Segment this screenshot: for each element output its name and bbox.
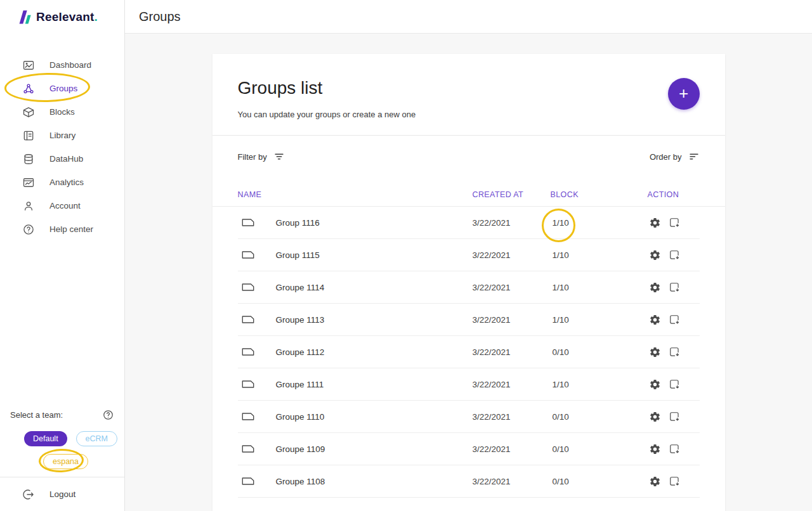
sidebar-item-library[interactable]: Library — [0, 124, 124, 147]
row-name: Groupe 1114 — [276, 283, 325, 292]
settings-gear-icon[interactable] — [649, 346, 661, 358]
sidebar-item-dashboard[interactable]: Dashboard — [0, 53, 124, 77]
settings-gear-icon[interactable] — [649, 475, 661, 488]
group-type-icon — [241, 314, 255, 325]
team-picker: Select a team: Default eCRM espana — [0, 409, 124, 469]
table-row[interactable]: Groupe 1114 3/22/2021 1/10 — [238, 271, 700, 304]
sort-icon — [688, 151, 700, 162]
team-chip-espana[interactable]: espana — [43, 454, 88, 469]
table-row[interactable]: Groupe 1112 3/22/2021 0/10 — [238, 336, 700, 368]
brand-logo: Reelevant. — [0, 0, 124, 34]
settings-gear-icon[interactable] — [649, 411, 661, 423]
table-row[interactable]: Groupe 1113 3/22/2021 1/10 — [238, 304, 700, 336]
groups-icon — [22, 82, 35, 95]
row-name: Groupe 1110 — [276, 412, 325, 422]
export-download-icon[interactable] — [669, 378, 681, 391]
row-name: Groupe 1112 — [276, 347, 325, 357]
group-type-icon — [241, 411, 255, 422]
brand-name: Reelevant. — [36, 10, 98, 24]
logout-label: Logout — [49, 489, 75, 499]
main-content: Groups list You can update your groups o… — [125, 34, 812, 511]
card-subtitle: You can update your groups or create a n… — [238, 110, 416, 119]
help-icon — [22, 223, 35, 236]
export-download-icon[interactable] — [669, 411, 681, 423]
team-chip-ecrm[interactable]: eCRM — [76, 431, 117, 446]
sidebar-item-label: Help center — [49, 224, 93, 234]
sidebar-item-label: Analytics — [49, 178, 84, 187]
settings-gear-icon[interactable] — [649, 443, 661, 455]
export-download-icon[interactable] — [669, 281, 681, 294]
sidebar-item-groups[interactable]: Groups — [0, 77, 124, 100]
export-download-icon[interactable] — [669, 475, 681, 488]
sidebar-item-datahub[interactable]: DataHub — [0, 147, 124, 171]
sidebar-item-account[interactable]: Account — [0, 194, 124, 217]
row-name: Group 1115 — [276, 250, 320, 260]
row-name: Groupe 1111 — [276, 380, 324, 389]
table-row[interactable]: Groupe 1110 3/22/2021 0/10 — [238, 401, 700, 433]
reelevant-logo-icon — [18, 10, 32, 25]
export-download-icon[interactable] — [669, 249, 681, 261]
table-row[interactable]: Groupe 1111 3/22/2021 1/10 — [238, 368, 700, 401]
sidebar-item-label: Groups — [49, 84, 77, 93]
analytics-icon — [22, 176, 35, 189]
group-type-icon — [241, 217, 255, 228]
datahub-icon — [22, 153, 35, 165]
order-by-label: Order by — [650, 152, 682, 162]
team-help-icon[interactable] — [102, 409, 114, 421]
sidebar: Reelevant. Dashboard Groups — [0, 0, 125, 511]
table-row[interactable]: Group 1115 3/22/2021 1/10 — [238, 239, 700, 271]
group-type-icon — [241, 378, 255, 390]
sidebar-item-blocks[interactable]: Blocks — [0, 100, 124, 124]
dashboard-icon — [22, 59, 35, 72]
row-name: Groupe 1108 — [276, 477, 325, 486]
table-row[interactable]: Group 1116 3/22/2021 1/10 — [238, 207, 700, 239]
group-type-icon — [241, 443, 255, 455]
row-created-at: 3/22/2021 — [473, 250, 551, 260]
team-chip-default[interactable]: Default — [24, 431, 67, 446]
sidebar-nav: Dashboard Groups Blocks — [0, 53, 124, 241]
settings-gear-icon[interactable] — [649, 217, 661, 229]
table-row[interactable]: Groupe 1108 3/22/2021 0/10 — [238, 465, 700, 498]
sidebar-item-help-center[interactable]: Help center — [0, 217, 124, 241]
sidebar-item-label: Library — [49, 131, 75, 140]
row-created-at: 3/22/2021 — [473, 412, 551, 422]
row-block: 1/10 — [551, 380, 648, 389]
logout-button[interactable]: Logout — [0, 477, 124, 511]
group-type-icon — [241, 346, 255, 358]
team-picker-label: Select a team: — [10, 410, 63, 420]
row-created-at: 3/22/2021 — [473, 283, 551, 292]
col-header-block: BLOCK — [551, 190, 648, 199]
row-block: 1/10 — [551, 283, 648, 292]
row-created-at: 3/22/2021 — [473, 380, 551, 389]
table-row[interactable]: Groupe 1109 3/22/2021 0/10 — [238, 433, 700, 465]
settings-gear-icon[interactable] — [649, 314, 661, 326]
row-created-at: 3/22/2021 — [473, 218, 551, 228]
settings-gear-icon[interactable] — [649, 281, 661, 294]
export-download-icon[interactable] — [669, 346, 681, 358]
export-download-icon[interactable] — [669, 443, 681, 455]
sidebar-item-analytics[interactable]: Analytics — [0, 171, 124, 194]
row-block: 0/10 — [551, 444, 648, 454]
order-by-button[interactable]: Order by — [650, 151, 700, 162]
library-icon — [22, 129, 35, 142]
export-download-icon[interactable] — [669, 314, 681, 326]
row-block: 1/10 — [551, 218, 648, 228]
sidebar-item-label: Blocks — [49, 107, 75, 117]
sidebar-item-label: DataHub — [49, 154, 83, 164]
col-header-created-at: CREATED AT — [473, 190, 551, 199]
row-created-at: 3/22/2021 — [473, 444, 551, 454]
row-block: 1/10 — [551, 315, 648, 325]
sidebar-item-label: Dashboard — [49, 60, 91, 70]
export-download-icon[interactable] — [669, 217, 681, 229]
table-body: Group 1116 3/22/2021 1/10 — [213, 207, 725, 498]
settings-gear-icon[interactable] — [649, 378, 661, 391]
filter-by-button[interactable]: Filter by — [238, 151, 285, 162]
row-block: 0/10 — [551, 412, 648, 422]
row-created-at: 3/22/2021 — [473, 347, 551, 357]
add-group-button[interactable]: + — [668, 78, 700, 110]
settings-gear-icon[interactable] — [649, 249, 661, 261]
group-type-icon — [241, 475, 255, 487]
card-title: Groups list — [238, 78, 416, 98]
group-type-icon — [241, 249, 255, 261]
page-title: Groups — [139, 10, 181, 24]
